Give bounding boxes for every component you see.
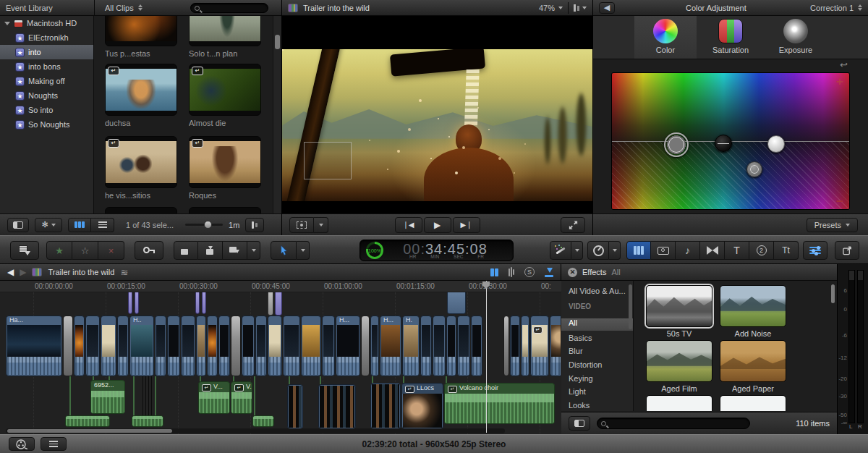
inspector-toggle-button[interactable]: [803, 241, 827, 260]
effect-thumbnail[interactable]: [646, 340, 712, 382]
clip-filter-dropdown[interactable]: All Clips: [95, 4, 142, 12]
transition-clip[interactable]: [231, 316, 241, 376]
connected-audio-clip[interactable]: 6952...: [90, 380, 125, 414]
timeline-clip[interactable]: [301, 316, 321, 376]
sidebar-item-noughts[interactable]: ★Noughts: [0, 88, 93, 103]
connected-video-clip[interactable]: ↵LLocs: [401, 383, 443, 429]
gear-menu-button[interactable]: ✻: [35, 218, 62, 232]
timeline-clip[interactable]: [74, 316, 85, 376]
timeline-clip[interactable]: [218, 316, 230, 376]
connected-audio-clip[interactable]: [65, 415, 110, 427]
share-button[interactable]: [835, 241, 859, 260]
effects-category-all-video-au-[interactable]: All Video & Au...: [561, 287, 633, 299]
connected-audio-clip[interactable]: [252, 415, 274, 427]
transition-clip[interactable]: [361, 316, 370, 376]
timeline-clip[interactable]: [155, 316, 166, 376]
effects-search-input[interactable]: [597, 418, 750, 429]
timeline-clip[interactable]: [268, 316, 282, 376]
timeline-clip[interactable]: [255, 316, 267, 376]
clip-thumbnail[interactable]: [189, 207, 261, 213]
timeline-clip[interactable]: [196, 316, 206, 376]
themes-browser-button[interactable]: Tt: [774, 241, 799, 260]
timeline-clip[interactable]: [117, 316, 129, 376]
back-button[interactable]: ◀: [599, 2, 615, 14]
timeline-clip[interactable]: [550, 316, 561, 376]
tab-color[interactable]: Color: [634, 16, 697, 59]
connected-clip[interactable]: [195, 292, 200, 314]
timeline-clip[interactable]: [101, 316, 116, 376]
timeline-clip[interactable]: ↵: [530, 316, 549, 376]
close-icon[interactable]: ✕: [568, 268, 577, 277]
timeline-clip[interactable]: [471, 316, 482, 376]
correction-dropdown[interactable]: Correction 1: [810, 4, 862, 12]
thumbnail-duration-slider[interactable]: [185, 224, 223, 226]
connected-audio-clip[interactable]: ↵V...: [198, 381, 230, 414]
connected-clip[interactable]: [268, 292, 273, 316]
timeline-body[interactable]: Ha...H..H...H...H.↵ 6952...↵V...↵V.↵LLoc…: [0, 292, 561, 434]
effects-category-light[interactable]: Light: [561, 387, 633, 399]
timeline-clip[interactable]: [510, 316, 520, 376]
fullscreen-button[interactable]: [561, 217, 585, 233]
connected-audio-clip[interactable]: [132, 415, 163, 427]
timeline-clip[interactable]: [85, 316, 100, 376]
titles-browser-button[interactable]: T: [725, 241, 749, 260]
shadows-puck[interactable]: [715, 135, 732, 152]
snapping-toggle[interactable]: [545, 268, 553, 277]
effect-thumbnail[interactable]: [720, 285, 786, 327]
effects-category-looks[interactable]: Looks: [561, 401, 633, 411]
keyword-editor-button[interactable]: [135, 241, 163, 260]
filmstrip-view-button[interactable]: [68, 218, 91, 232]
photos-browser-button[interactable]: [651, 241, 676, 260]
timeline-clip[interactable]: [207, 316, 218, 376]
reject-button[interactable]: ×: [98, 241, 124, 260]
timeline-clip[interactable]: [167, 316, 180, 376]
playhead[interactable]: [486, 281, 487, 433]
sidebar-item-macintosh-hd[interactable]: Macintosh HD: [0, 16, 93, 30]
clip-thumbnail[interactable]: ↵: [189, 64, 261, 116]
insert-edit-button[interactable]: [198, 241, 223, 260]
timeline-clip[interactable]: [420, 316, 432, 376]
select-tool-button[interactable]: [271, 241, 297, 260]
timeline-clip[interactable]: [457, 316, 470, 376]
timeline-back-button[interactable]: ◀: [7, 267, 14, 277]
effects-category-distortion[interactable]: Distortion: [561, 360, 633, 373]
connected-video-clip[interactable]: [287, 384, 303, 429]
tab-saturation[interactable]: Saturation: [699, 16, 762, 59]
effects-sidebar-toggle[interactable]: [569, 416, 590, 431]
effects-category-all[interactable]: All: [561, 318, 633, 331]
connected-video-clip[interactable]: [370, 383, 401, 429]
unrate-button[interactable]: ☆: [72, 241, 98, 260]
enhancements-menu-button[interactable]: [571, 241, 583, 260]
midtones-puck[interactable]: [746, 161, 762, 177]
timeline-clip[interactable]: [181, 316, 195, 376]
timeline-clip[interactable]: [433, 316, 446, 376]
edit-menu-button[interactable]: [247, 241, 260, 260]
connect-edit-button[interactable]: [174, 241, 198, 260]
effects-category-basics[interactable]: Basics: [561, 334, 633, 346]
timeline-clip[interactable]: [521, 316, 529, 376]
timeline-clip[interactable]: [370, 316, 379, 376]
connected-clip[interactable]: [128, 292, 132, 314]
clip-thumbnail[interactable]: [105, 16, 177, 46]
enhancements-button[interactable]: [550, 241, 571, 260]
tool-menu-button[interactable]: [297, 241, 310, 260]
skimming-toggle[interactable]: [490, 268, 498, 276]
reset-button[interactable]: ↩: [840, 59, 848, 70]
transform-overlay-button[interactable]: [289, 217, 314, 233]
timeline-clip[interactable]: [283, 316, 300, 376]
connected-clip[interactable]: [202, 292, 206, 314]
effects-category-blur[interactable]: Blur: [561, 347, 633, 359]
effect-thumbnail[interactable]: [720, 395, 786, 411]
timeline-ruler[interactable]: 00:00:00:0000:00:15:0000:00:30:0000:00:4…: [0, 281, 561, 292]
effects-sidebar-scrollbar[interactable]: [629, 284, 632, 329]
append-edit-button[interactable]: [223, 241, 247, 260]
retime-menu-button[interactable]: [609, 241, 621, 260]
clip-thumbnail[interactable]: [105, 207, 177, 213]
effects-browser-button[interactable]: [626, 241, 651, 260]
effect-thumbnail[interactable]: [646, 285, 712, 327]
previous-frame-button[interactable]: ❘◀: [395, 217, 422, 233]
music-browser-button[interactable]: ♪: [676, 241, 700, 260]
timeline-clip[interactable]: [322, 316, 335, 376]
global-puck[interactable]: [664, 132, 689, 157]
viewer-zoom-dropdown[interactable]: 47%: [539, 4, 563, 12]
